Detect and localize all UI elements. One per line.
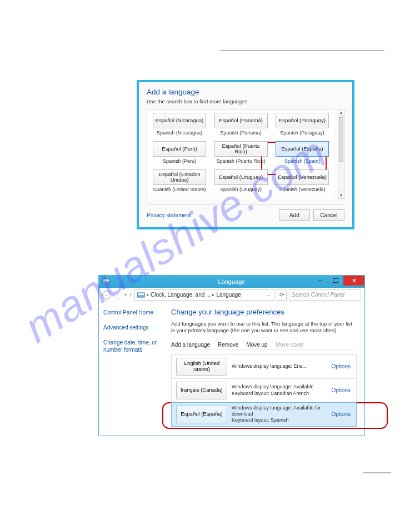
refresh-button[interactable]: ⟳ — [277, 289, 287, 301]
add-button[interactable]: Add — [279, 209, 310, 221]
tile-label: Español (Estados Unidos) — [153, 169, 206, 185]
language-grid: Español (Nicaragua) Spanish (Nicaragua) … — [147, 109, 334, 199]
actions-bar: Add a language Remove Move up Move down — [171, 340, 357, 350]
back-button[interactable]: ← — [102, 291, 111, 299]
window-title: Language — [218, 278, 246, 285]
search-input[interactable]: Search Control Panel — [289, 289, 361, 301]
options-link[interactable]: Options — [326, 363, 356, 369]
close-button[interactable] — [343, 276, 364, 286]
privacy-link[interactable]: Privacy statement — [147, 212, 191, 218]
lang-tile-paraguay[interactable]: Español (Paraguay) Spanish (Paraguay) — [272, 113, 332, 140]
lang-box: English (United States) — [176, 358, 227, 376]
tile-label: Español (Paraguay) — [276, 113, 329, 128]
tile-label: Español (Venezuela) — [276, 169, 329, 185]
breadcrumb[interactable]: ▸ Clock, Language, and ... ▸ Language ⌄ — [134, 289, 274, 301]
heading: Change your language preferences — [171, 308, 357, 316]
scroll-down-icon[interactable]: ▾ — [338, 192, 344, 198]
lang-tile-spain[interactable]: Español (España) Spanish (Spain) — [272, 141, 332, 168]
description: Add languages you want to use to this li… — [171, 321, 357, 334]
svg-rect-3 — [138, 293, 144, 295]
up-button[interactable]: ↑ — [129, 291, 132, 299]
lang-desc: Windows display language: AvailableKeybo… — [232, 384, 326, 397]
lang-desc: Windows display language: Available for … — [232, 405, 326, 424]
scroll-up-icon[interactable]: ▴ — [338, 109, 344, 116]
tile-label: Español (España) — [276, 141, 329, 157]
divider-top — [220, 50, 384, 51]
lang-tile-puerto-rico[interactable]: Español (Puerto Rico) Spanish (Puerto Ri… — [211, 141, 271, 168]
sidebar-advanced-link[interactable]: Advanced settings — [103, 324, 161, 331]
tile-sublabel: Spanish (Puerto Rico) — [216, 158, 265, 164]
control-panel-icon — [137, 292, 145, 298]
chevron-right-icon: ▸ — [212, 292, 214, 297]
tile-sublabel: Spanish (Peru) — [163, 158, 196, 164]
dialog-title: Add a language — [147, 88, 344, 96]
options-link[interactable]: Options — [326, 387, 356, 393]
chevron-down-icon[interactable]: ▾ — [124, 292, 127, 297]
lang-tile-us[interactable]: Español (Estados Unidos) Spanish (United… — [149, 169, 209, 197]
main-pane: Change your language preferences Add lan… — [166, 302, 364, 436]
tile-sublabel: Spanish (Uruguay) — [220, 187, 262, 192]
tile-label: Español (Perú) — [153, 141, 206, 157]
tile-label: Español (Puerto Rico) — [214, 141, 268, 157]
lang-desc: Windows display language: Ena... — [232, 363, 326, 369]
maximize-button[interactable] — [328, 276, 343, 286]
tile-label: Español (Uruguay) — [214, 169, 268, 185]
divider-bottom — [363, 472, 391, 473]
svg-rect-1 — [103, 279, 109, 281]
action-move-down[interactable]: Move down — [276, 342, 304, 348]
forward-button[interactable]: → — [113, 291, 122, 299]
lang-row-fr-ca[interactable]: français (Canada) Windows display langua… — [171, 378, 357, 403]
chevron-right-icon: ▸ — [147, 292, 149, 297]
sidebar-clock-link[interactable]: Change date, time, or number formats — [103, 339, 161, 353]
action-move-up[interactable]: Move up — [246, 342, 267, 348]
lang-box: français (Canada) — [176, 382, 227, 399]
control-panel-icon — [102, 277, 110, 286]
tile-sublabel: Spanish (Spain) — [284, 158, 320, 164]
scrollbar[interactable]: ▴ ▾ — [338, 109, 344, 199]
tile-sublabel: Spanish (Nicaragua) — [157, 130, 202, 136]
lang-box: Español (España) — [176, 406, 227, 423]
tile-sublabel: Spanish (United States) — [153, 187, 206, 192]
lang-tile-venezuela[interactable]: Español (Venezuela) Spanish (Venezuela) — [272, 169, 332, 197]
tile-sublabel: Spanish (Panama) — [220, 130, 262, 136]
sidebar-home-link[interactable]: Control Panel Home — [103, 309, 161, 316]
cancel-button[interactable]: Cancel — [313, 209, 344, 221]
dialog-subtitle: Use the search box to find more language… — [147, 98, 344, 104]
breadcrumb-seg[interactable]: Clock, Language, and ... — [151, 292, 211, 298]
address-bar: ← → ▾ ↑ ▸ Clock, Language, and ... ▸ Lan… — [99, 288, 364, 302]
options-link[interactable]: Options — [326, 411, 356, 417]
minimize-button[interactable] — [312, 276, 328, 286]
tile-sublabel: Spanish (Venezuela) — [279, 187, 325, 192]
lang-tile-uruguay[interactable]: Español (Uruguay) Spanish (Uruguay) — [211, 169, 271, 197]
add-language-dialog: Add a language Use the search box to fin… — [137, 80, 354, 229]
breadcrumb-seg[interactable]: Language — [216, 292, 241, 298]
scroll-thumb[interactable] — [339, 117, 343, 162]
tile-sublabel: Spanish (Paraguay) — [280, 130, 324, 136]
tile-label: Español (Nicaragua) — [153, 113, 206, 128]
titlebar[interactable]: Language — [99, 276, 364, 288]
lang-tile-panama[interactable]: Español (Panamá) Spanish (Panama) — [211, 113, 271, 140]
language-window: Language ← → ▾ ↑ ▸ Clock, Language, and … — [98, 275, 365, 436]
lang-row-es-es[interactable]: Español (España) Windows display languag… — [171, 402, 357, 427]
language-list: English (United States) Windows display … — [171, 354, 357, 427]
sidebar: Control Panel Home Advanced settings Cha… — [99, 302, 166, 436]
lang-tile-nicaragua[interactable]: Español (Nicaragua) Spanish (Nicaragua) — [149, 113, 209, 140]
action-remove[interactable]: Remove — [218, 342, 238, 348]
lang-tile-peru[interactable]: Español (Perú) Spanish (Peru) — [149, 141, 209, 168]
action-add[interactable]: Add a language — [171, 342, 210, 348]
chevron-down-icon[interactable]: ⌄ — [267, 292, 271, 297]
lang-row-en-us[interactable]: English (United States) Windows display … — [171, 354, 357, 379]
tile-label: Español (Panamá) — [214, 113, 268, 128]
